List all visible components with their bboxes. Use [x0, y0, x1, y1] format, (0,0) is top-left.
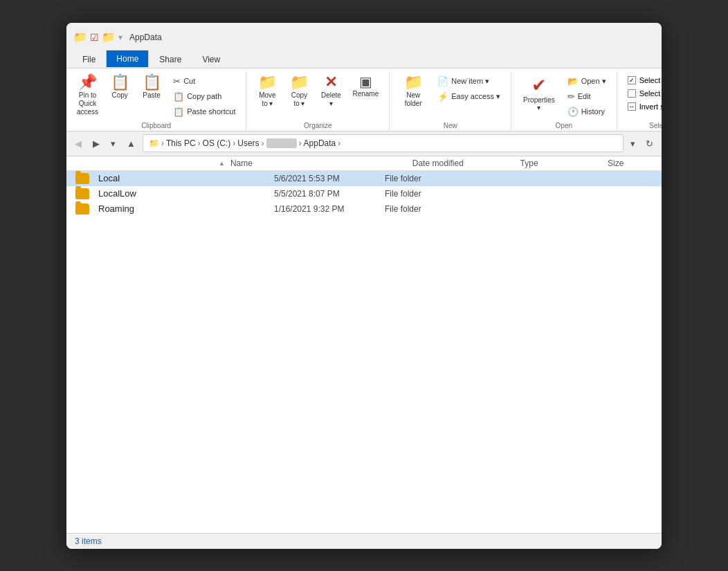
- folder-icon-1: 📁: [73, 30, 87, 44]
- delete-button[interactable]: ✕ Delete▾: [316, 71, 346, 111]
- copy-label: Copy: [111, 91, 127, 100]
- up-button[interactable]: ▲: [122, 136, 140, 152]
- path-users[interactable]: Users: [237, 138, 259, 148]
- copy-icon: 📋: [111, 75, 129, 90]
- file-type: File folder: [385, 189, 475, 199]
- path-sep-1: ›: [161, 138, 164, 148]
- folder-icon-2: 📁: [102, 30, 116, 44]
- tab-home[interactable]: Home: [106, 50, 149, 68]
- path-sep-2: ›: [198, 138, 201, 148]
- new-folder-label: Newfolder: [405, 91, 422, 108]
- paste-button[interactable]: 📋 Paste: [136, 71, 167, 103]
- open-icon: 📂: [567, 76, 579, 87]
- new-folder-icon: 📁: [404, 75, 423, 90]
- clipboard-label: Clipboard: [72, 120, 240, 131]
- open-button[interactable]: 📂 Open ▾: [563, 74, 611, 89]
- ribbon-group-open: ✔ Properties▾ 📂 Open ▾ ✏ Edit 🕐 History: [514, 71, 617, 131]
- col-size[interactable]: Size: [608, 158, 662, 168]
- col-name[interactable]: Name: [230, 158, 412, 168]
- file-list: Local 5/6/2021 5:53 PM File folder Local…: [66, 171, 662, 533]
- table-row[interactable]: Local 5/6/2021 5:53 PM File folder: [66, 171, 662, 186]
- copy-path-button[interactable]: 📋 Copy path: [168, 89, 240, 104]
- title-bar-icons: 📁 ☑ 📁 ▾: [73, 30, 122, 44]
- col-date[interactable]: Date modified: [412, 158, 520, 168]
- new-item-button[interactable]: 📄 New item ▾: [433, 74, 505, 89]
- easy-access-button[interactable]: ⚡ Easy access ▾: [433, 89, 505, 104]
- pin-icon: 📌: [78, 75, 97, 90]
- new-small-col: 📄 New item ▾ ⚡ Easy access ▾: [433, 71, 505, 104]
- paste-shortcut-button[interactable]: 📋 Paste shortcut: [168, 105, 240, 119]
- paste-label: Paste: [143, 91, 161, 100]
- recent-button[interactable]: ▾: [107, 136, 120, 152]
- folder-icon: [66, 173, 98, 184]
- organize-label: Organize: [252, 120, 383, 131]
- path-username[interactable]: [266, 138, 297, 148]
- copy-to-icon: 📁: [290, 75, 309, 90]
- table-row[interactable]: LocalLow 5/5/2021 8:07 PM File folder: [66, 186, 662, 201]
- path-folder-icon: 📁: [149, 138, 159, 148]
- copy-button[interactable]: 📋 Copy: [104, 71, 135, 103]
- cut-icon: ✂: [173, 76, 181, 87]
- select-all-button[interactable]: ✓ Select all: [623, 74, 662, 87]
- folder-icon: [66, 203, 98, 215]
- path-os[interactable]: OS (C:): [203, 138, 231, 148]
- tab-share[interactable]: Share: [149, 51, 192, 68]
- file-date: 5/6/2021 5:53 PM: [274, 174, 385, 183]
- delete-icon: ✕: [325, 75, 337, 90]
- tab-view[interactable]: View: [192, 51, 230, 68]
- move-to-label: Moveto ▾: [259, 91, 275, 108]
- pin-button[interactable]: 📌 Pin to Quickaccess: [72, 71, 103, 120]
- select-none-icon: [628, 89, 636, 98]
- refresh-button[interactable]: ↻: [641, 136, 657, 152]
- path-sep-5: ›: [299, 138, 302, 148]
- open-small-col: 📂 Open ▾ ✏ Edit 🕐 History: [563, 71, 611, 119]
- invert-selection-button[interactable]: ↔ Invert selection: [623, 100, 662, 113]
- ribbon: 📌 Pin to Quickaccess 📋 Copy 📋 Paste ✂: [66, 69, 662, 132]
- edit-icon: ✏: [567, 91, 575, 102]
- new-item-icon: 📄: [437, 76, 448, 87]
- sort-indicator: ▲: [219, 160, 225, 167]
- ribbon-group-new: 📁 Newfolder 📄 New item ▾ ⚡ Easy access ▾…: [392, 71, 511, 131]
- title-separator: ▾: [118, 33, 122, 42]
- copy-to-button[interactable]: 📁 Copyto ▾: [284, 71, 314, 111]
- table-row[interactable]: Roaming 1/16/2021 9:32 PM File folder: [66, 201, 662, 217]
- forward-button[interactable]: ▶: [89, 136, 104, 152]
- path-appdata[interactable]: AppData: [304, 138, 336, 148]
- tab-file[interactable]: File: [72, 51, 106, 68]
- paste-shortcut-label: Paste shortcut: [187, 107, 235, 116]
- path-sep-6: ›: [338, 138, 340, 148]
- move-to-icon: 📁: [258, 75, 277, 90]
- edit-button[interactable]: ✏ Edit: [563, 89, 611, 104]
- address-dropdown-button[interactable]: ▾: [626, 136, 639, 152]
- new-folder-button[interactable]: 📁 Newfolder: [395, 71, 431, 111]
- properties-button[interactable]: ✔ Properties▾: [517, 71, 561, 115]
- copy-to-label: Copyto ▾: [291, 91, 307, 108]
- select-none-button[interactable]: Select none: [623, 87, 662, 100]
- rename-icon: ▣: [359, 75, 372, 89]
- move-to-button[interactable]: 📁 Moveto ▾: [252, 71, 282, 111]
- rename-button[interactable]: ▣ Rename: [347, 71, 383, 102]
- copy-path-label: Copy path: [187, 92, 221, 100]
- properties-icon: ✔: [531, 75, 547, 96]
- address-path[interactable]: 📁 › This PC › OS (C:) › Users › › AppDat…: [143, 134, 624, 152]
- select-label: Select: [623, 120, 662, 131]
- organize-items: 📁 Moveto ▾ 📁 Copyto ▾ ✕ Delete▾ ▣ Rename: [252, 71, 383, 120]
- pin-label: Pin to Quickaccess: [77, 91, 98, 116]
- path-this-pc[interactable]: This PC: [166, 138, 196, 148]
- file-date: 1/16/2021 9:32 PM: [274, 204, 385, 214]
- clipboard-items: 📌 Pin to Quickaccess 📋 Copy 📋 Paste ✂: [72, 71, 240, 120]
- file-type: File folder: [385, 174, 475, 183]
- open-items: ✔ Properties▾ 📂 Open ▾ ✏ Edit 🕐 History: [517, 71, 611, 120]
- history-button[interactable]: 🕐 History: [563, 105, 611, 119]
- select-all-icon: ✓: [628, 76, 636, 84]
- cut-button[interactable]: ✂ Cut: [168, 74, 240, 89]
- ribbon-group-organize: 📁 Moveto ▾ 📁 Copyto ▾ ✕ Delete▾ ▣ Rename…: [249, 71, 390, 131]
- invert-selection-icon: ↔: [628, 102, 636, 111]
- back-button[interactable]: ◀: [71, 136, 86, 152]
- path-sep-3: ›: [233, 138, 235, 148]
- select-none-label: Select none: [639, 89, 662, 98]
- check-icon: ☑: [90, 32, 99, 43]
- clipboard-small-col: ✂ Cut 📋 Copy path 📋 Paste shortcut: [168, 71, 240, 119]
- select-col: ✓ Select all Select none ↔ Invert select…: [623, 71, 662, 113]
- col-type[interactable]: Type: [520, 158, 608, 168]
